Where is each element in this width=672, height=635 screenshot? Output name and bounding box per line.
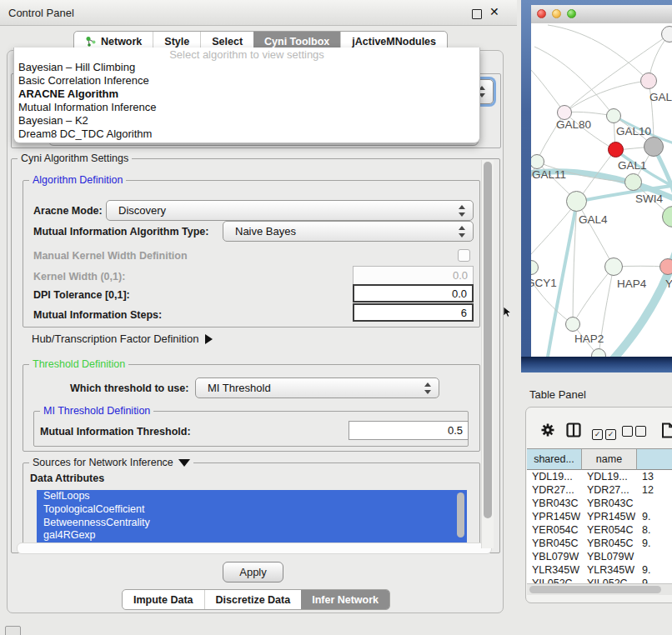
scrollbar-thumb[interactable] — [529, 586, 661, 593]
table-cell[interactable]: YIL052C — [532, 577, 580, 583]
which-threshold-combobox[interactable]: MI Threshold — [195, 378, 439, 398]
hub-definition-toggle[interactable]: Hub/Transcription Factor Definition — [32, 332, 213, 345]
sources-group-title[interactable]: Sources for Network Inference — [29, 457, 193, 468]
mi-algorithm-type-combobox[interactable]: Naive Bayes — [223, 221, 474, 242]
table-cell[interactable]: YPR145W — [587, 510, 635, 523]
dropdown-item[interactable]: Dream8 DC_TDC Algorithm — [14, 128, 479, 141]
table-cell[interactable]: YBR043C — [532, 497, 580, 510]
network-node[interactable] — [606, 108, 621, 123]
close-icon[interactable]: ✕ — [489, 5, 499, 18]
list-item[interactable]: BetweennessCentrality — [37, 517, 467, 530]
node-label: GAL11 — [532, 168, 566, 181]
mi-steps-field[interactable]: 6 — [353, 303, 474, 322]
bottom-tabbar: Impute Data Discretize Data Infer Networ… — [122, 589, 390, 610]
table-cell[interactable]: YDL19... — [532, 470, 580, 483]
scrollbar-thumb[interactable] — [484, 162, 492, 518]
table-cell[interactable]: YIL052C — [587, 577, 635, 583]
column-header-partial[interactable]: A — [637, 448, 672, 470]
list-item[interactable]: SelfLoops — [37, 490, 467, 503]
table-cell[interactable]: YLR345W — [532, 563, 580, 577]
dropdown-item-highlighted[interactable]: ARACNE Algorithm — [14, 88, 479, 101]
horizontal-scrollbar[interactable] — [17, 542, 492, 554]
dropdown-item[interactable]: Basic Correlation Inference — [14, 74, 479, 88]
split-view-icon[interactable] — [566, 422, 581, 438]
apply-button[interactable]: Apply — [223, 562, 283, 582]
column-header-name[interactable]: name — [582, 448, 637, 470]
table-cell[interactable]: YBR045C — [532, 537, 580, 550]
network-node[interactable] — [565, 317, 580, 332]
mi-algorithm-type-label: Mutual Information Algorithm Type: — [33, 226, 208, 238]
dropdown-item[interactable]: Bayesian – Hill Climbing — [14, 61, 479, 74]
table-cell[interactable]: 9. — [642, 563, 672, 577]
network-node[interactable] — [644, 137, 664, 157]
float-window-icon[interactable] — [472, 9, 482, 19]
zoom-traffic-light-icon[interactable] — [567, 9, 576, 18]
aracne-mode-combobox[interactable]: Discovery — [106, 200, 474, 221]
manual-kernel-width-checkbox[interactable] — [458, 249, 470, 262]
table-cell[interactable]: 9. — [642, 537, 672, 550]
minimize-traffic-light-icon[interactable] — [552, 9, 561, 18]
table-cell[interactable]: YBL079W — [532, 550, 580, 563]
table-cell[interactable]: 9. — [642, 510, 672, 523]
tab-label: Discretize Data — [216, 591, 291, 609]
dock-icon[interactable] — [5, 626, 21, 635]
table-cell[interactable]: YBL079W — [587, 550, 635, 563]
tab-discretize-data[interactable]: Discretize Data — [204, 590, 302, 609]
kernel-width-field[interactable]: 0.0 — [353, 266, 474, 285]
hub-definition-label: Hub/Transcription Factor Definition — [32, 332, 198, 345]
table-cell[interactable]: 8. — [642, 523, 672, 537]
table-cell[interactable]: 9. — [642, 577, 672, 583]
table-horizontal-scrollbar[interactable] — [527, 583, 672, 595]
network-node[interactable] — [604, 258, 623, 276]
table-cell[interactable]: YER054C — [532, 523, 580, 537]
network-node-selected[interactable] — [608, 142, 624, 158]
table-cell[interactable] — [642, 550, 672, 563]
table-cell[interactable]: YDR27... — [587, 483, 635, 497]
network-node[interactable] — [659, 258, 672, 275]
select-all-icon[interactable]: ✓✓ — [592, 425, 616, 440]
network-view-canvas[interactable]: GAL GAL80 GAL10 GAL1 GAL11 SWI4 GAL4 GCY… — [531, 23, 672, 357]
column-header-shared[interactable]: shared... — [527, 448, 582, 470]
table-body[interactable]: YDL19... YDL19... 13 YDR27... YDR27... 1… — [527, 470, 672, 583]
network-node[interactable] — [624, 173, 642, 191]
combo-arrows-icon — [459, 225, 465, 238]
network-node[interactable] — [640, 72, 657, 89]
table-cell[interactable]: YLR345W — [587, 563, 635, 577]
list-item[interactable]: TopologicalCoefficient — [37, 503, 467, 517]
list-scrollbar-thumb[interactable] — [457, 492, 464, 538]
table-cell[interactable]: 13 — [642, 470, 672, 483]
tab-infer-network[interactable]: Infer Network — [301, 590, 389, 609]
collapsed-arrow-icon — [205, 334, 213, 344]
table-cell[interactable]: YDL19... — [587, 470, 635, 483]
table-cell[interactable]: YBR045C — [587, 537, 635, 550]
manual-kernel-width-label: Manual Kernel Width Definition — [33, 250, 188, 262]
dropdown-item[interactable]: Bayesian – K2 — [14, 114, 479, 128]
table-cell[interactable]: YER054C — [587, 523, 635, 537]
close-traffic-light-icon[interactable] — [537, 9, 546, 18]
file-icon[interactable] — [661, 422, 672, 438]
list-item[interactable]: gal4RGexp — [37, 529, 467, 542]
data-attributes-list[interactable]: SelfLoops TopologicalCoefficient Between… — [37, 490, 467, 542]
mi-steps-label: Mutual Information Steps: — [33, 309, 162, 321]
table-cell[interactable]: YPR145W — [532, 510, 580, 523]
table-cell[interactable] — [642, 497, 672, 510]
tab-label: Infer Network — [312, 591, 379, 609]
dpi-tolerance-field[interactable]: 0.0 — [353, 284, 474, 302]
mi-threshold-label: Mutual Information Threshold: — [40, 426, 191, 438]
network-window-titlebar[interactable] — [531, 5, 672, 24]
network-node[interactable] — [566, 191, 587, 212]
tab-impute-data[interactable]: Impute Data — [123, 590, 204, 609]
group-title: Sources for Network Inference — [33, 457, 173, 468]
network-node[interactable] — [661, 26, 672, 42]
table-cell[interactable]: YDR27... — [532, 483, 580, 497]
dropdown-item[interactable]: Mutual Information Inference — [14, 101, 479, 114]
table-cell[interactable]: YBR043C — [587, 497, 635, 510]
table-cell[interactable]: 12 — [642, 483, 672, 497]
mi-threshold-field[interactable]: 0.5 — [349, 421, 469, 440]
combo-value: MI Threshold — [208, 382, 271, 394]
deselect-all-icon[interactable] — [622, 425, 646, 440]
gear-icon[interactable] — [540, 422, 555, 438]
node-label: Y — [665, 278, 672, 290]
settings-scrollbar[interactable] — [481, 160, 494, 548]
combo-arrows-icon — [459, 204, 465, 218]
